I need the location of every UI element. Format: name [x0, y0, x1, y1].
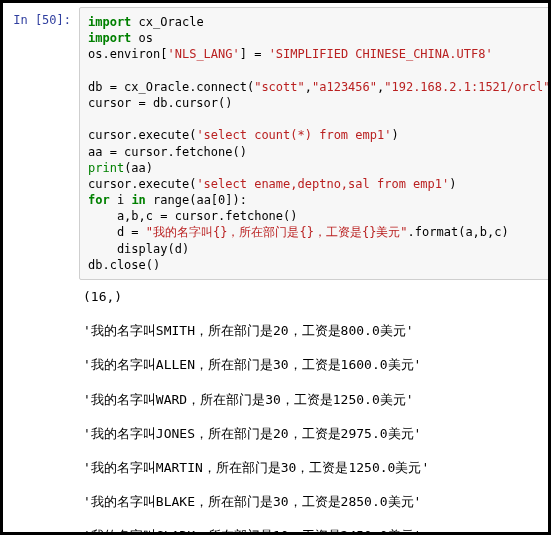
code-text: d =: [88, 225, 146, 239]
code-line: d = "我的名字叫{}，所在部门是{}，工资是{}美元".format(a,b…: [88, 224, 551, 240]
code-text: range(aa[0]):: [146, 193, 247, 207]
code-text: os.environ[: [88, 47, 167, 61]
keyword: import: [88, 31, 131, 45]
code-line: cursor.execute('select count(*) from emp…: [88, 127, 551, 143]
code-text: ,: [305, 80, 312, 94]
code-line: a,b,c = cursor.fetchone(): [88, 208, 551, 224]
content-area: import cx_Oracle import os os.environ['N…: [79, 7, 551, 535]
string: "scott": [254, 80, 305, 94]
code-text: .format(a,b,c): [408, 225, 509, 239]
blank-line: [88, 111, 551, 127]
code-text: cx_Oracle: [131, 15, 203, 29]
code-line: cursor.execute('select ename,deptno,sal …: [88, 176, 551, 192]
code-line: for i in range(aa[0]):: [88, 192, 551, 208]
code-text: os: [131, 31, 153, 45]
output-line: '我的名字叫WARD，所在部门是30，工资是1250.0美元': [83, 391, 551, 409]
code-text: i: [110, 193, 132, 207]
code-line: import os: [88, 30, 551, 46]
string: 'SIMPLIFIED CHINESE_CHINA.UTF8': [269, 47, 493, 61]
output-line: (16,): [83, 288, 551, 306]
string: 'select ename,deptno,sal from emp1': [196, 177, 449, 191]
code-line: os.environ['NLS_LANG'] = 'SIMPLIFIED CHI…: [88, 46, 551, 62]
string: "192.168.2.1:1521/orcl": [384, 80, 550, 94]
string: "我的名字叫{}，所在部门是{}，工资是{}美元": [146, 225, 408, 239]
keyword: import: [88, 15, 131, 29]
input-prompt: In [50]:: [7, 7, 79, 535]
code-line: cursor = db.cursor(): [88, 95, 551, 111]
code-line: display(d): [88, 241, 551, 257]
notebook-cell: In [50]: import cx_Oracle import os os.e…: [3, 3, 548, 535]
code-text: ): [449, 177, 456, 191]
code-line: db = cx_Oracle.connect("scott","a123456"…: [88, 79, 551, 95]
code-text: (aa): [124, 161, 153, 175]
code-text: db = cx_Oracle.connect(: [88, 80, 254, 94]
code-cell[interactable]: import cx_Oracle import os os.environ['N…: [79, 7, 551, 280]
code-line: print(aa): [88, 160, 551, 176]
output-line: '我的名字叫JONES，所在部门是20，工资是2975.0美元': [83, 425, 551, 443]
output-area: (16,) '我的名字叫SMITH，所在部门是20，工资是800.0美元' '我…: [79, 288, 551, 535]
code-text: ] =: [240, 47, 269, 61]
code-line: aa = cursor.fetchone(): [88, 144, 551, 160]
output-line: '我的名字叫ALLEN，所在部门是30，工资是1600.0美元': [83, 356, 551, 374]
code-line: db.close(): [88, 257, 551, 273]
output-line: '我的名字叫CLARK，所在部门是10，工资是2450.0美元': [83, 527, 551, 535]
output-line: '我的名字叫SMITH，所在部门是20，工资是800.0美元': [83, 322, 551, 340]
output-line: '我的名字叫BLAKE，所在部门是30，工资是2850.0美元': [83, 493, 551, 511]
keyword: for: [88, 193, 110, 207]
code-text: cursor.execute(: [88, 128, 196, 142]
string: 'NLS_LANG': [167, 47, 239, 61]
blank-line: [88, 63, 551, 79]
string: "a123456": [312, 80, 377, 94]
string: 'select count(*) from emp1': [196, 128, 391, 142]
code-line: import cx_Oracle: [88, 14, 551, 30]
builtin: print: [88, 161, 124, 175]
output-line: '我的名字叫MARTIN，所在部门是30，工资是1250.0美元': [83, 459, 551, 477]
code-text: ): [391, 128, 398, 142]
keyword: in: [131, 193, 145, 207]
code-text: cursor.execute(: [88, 177, 196, 191]
